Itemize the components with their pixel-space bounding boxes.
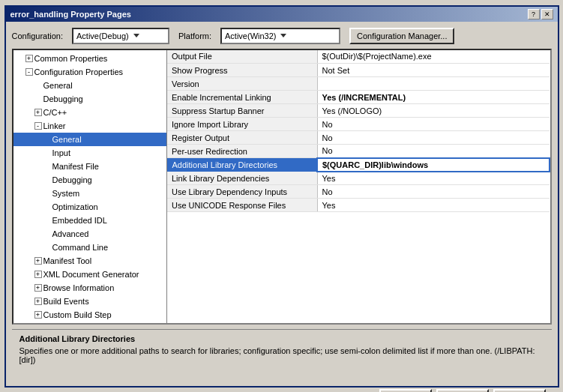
- tree-item-debugging[interactable]: Debugging: [13, 92, 166, 106]
- property-value-5: No: [317, 118, 550, 131]
- tree-label-linker-system: System: [52, 189, 80, 198]
- tree-item-cpp[interactable]: +C/C++: [13, 106, 166, 119]
- expand-icon-common-props[interactable]: +: [25, 55, 33, 62]
- bottom-buttons-row: OK Cancel Apply: [12, 386, 552, 393]
- tree-item-linker-debugging[interactable]: Debugging: [13, 173, 166, 187]
- tree-item-linker-cmdline[interactable]: Command Line: [13, 241, 166, 254]
- platform-value: Active(Win32): [225, 31, 276, 40]
- main-area: +Common Properties-Configuration Propert…: [12, 49, 552, 325]
- tree-label-custom-build: Custom Build Step: [43, 310, 112, 319]
- config-label: Configuration:: [12, 31, 64, 40]
- property-name-0: Output File: [167, 50, 317, 64]
- platform-dropdown[interactable]: Active(Win32): [220, 28, 340, 44]
- property-row-9[interactable]: Link Library DependenciesYes: [167, 172, 550, 185]
- title-bar: error_handling Property Pages ? ✕: [6, 7, 558, 22]
- property-name-4: Suppress Startup Banner: [167, 104, 317, 118]
- property-name-3: Enable Incremental Linking: [167, 91, 317, 104]
- expand-icon-xml-doc[interactable]: +: [34, 271, 42, 278]
- property-row-11[interactable]: Use UNICODE Response FilesYes: [167, 199, 550, 212]
- platform-dropdown-arrow: [280, 34, 286, 37]
- property-row-6[interactable]: Register OutputNo: [167, 131, 550, 145]
- property-value-7: No: [317, 145, 550, 158]
- property-name-11: Use UNICODE Response Files: [167, 199, 317, 212]
- property-name-8: Additional Library Directories: [167, 158, 317, 172]
- tree-label-debugging: Debugging: [43, 94, 83, 103]
- property-value-4: Yes (/NOLOGO): [317, 104, 550, 118]
- description-text: Specifies one or more additional paths t…: [19, 346, 544, 364]
- property-name-10: Use Library Dependency Inputs: [167, 185, 317, 199]
- property-row-2[interactable]: Version: [167, 77, 550, 91]
- tree-item-xml-doc[interactable]: +XML Document Generator: [13, 268, 166, 281]
- tree-label-linker-optimization: Optimization: [52, 202, 98, 211]
- property-value-6: No: [317, 131, 550, 145]
- platform-label: Platform:: [178, 31, 211, 40]
- property-row-7[interactable]: Per-user RedirectionNo: [167, 145, 550, 158]
- property-row-5[interactable]: Ignore Import LibraryNo: [167, 118, 550, 131]
- expand-icon-custom-build[interactable]: +: [34, 311, 42, 319]
- property-value-0: $(OutDir)\$(ProjectName).exe: [317, 50, 550, 64]
- expand-icon-cpp[interactable]: +: [34, 109, 42, 116]
- tree-item-linker-advanced[interactable]: Advanced: [13, 227, 166, 241]
- tree-item-manifest-tool[interactable]: +Manifest Tool: [13, 254, 166, 268]
- property-value-10: No: [317, 185, 550, 199]
- config-dropdown-arrow: [133, 34, 139, 37]
- description-title: Additional Library Directories: [19, 334, 544, 343]
- close-button[interactable]: ✕: [541, 9, 553, 19]
- tree-item-general[interactable]: General: [13, 79, 166, 92]
- tree-item-common-props[interactable]: +Common Properties: [13, 52, 166, 65]
- properties-table: Output File$(OutDir)\$(ProjectName).exeS…: [167, 50, 550, 213]
- tree-label-cpp: C/C++: [43, 108, 67, 117]
- tree-item-linker-manifest[interactable]: Manifest File: [13, 160, 166, 173]
- expand-icon-manifest-tool[interactable]: +: [34, 257, 42, 265]
- property-row-1[interactable]: Show ProgressNot Set: [167, 64, 550, 77]
- tree-panel: +Common Properties-Configuration Propert…: [13, 50, 167, 323]
- dialog-title: error_handling Property Pages: [10, 10, 131, 19]
- property-value-3: Yes (/INCREMENTAL): [317, 91, 550, 104]
- tree-item-linker-input[interactable]: Input: [13, 146, 166, 160]
- properties-panel: Output File$(OutDir)\$(ProjectName).exeS…: [167, 50, 550, 323]
- cancel-button[interactable]: Cancel: [436, 389, 489, 393]
- tree-label-xml-doc: XML Document Generator: [43, 270, 139, 279]
- expand-icon-config-props[interactable]: -: [25, 68, 33, 76]
- property-name-5: Ignore Import Library: [167, 118, 317, 131]
- apply-button[interactable]: Apply: [493, 389, 546, 393]
- dialog-content: Configuration: Active(Debug) Platform: A…: [6, 22, 558, 393]
- tree-label-linker-manifest: Manifest File: [52, 162, 99, 171]
- tree-item-build-events[interactable]: +Build Events: [13, 295, 166, 308]
- tree-label-build-events: Build Events: [43, 297, 89, 306]
- tree-item-custom-build[interactable]: +Custom Build Step: [13, 308, 166, 322]
- tree-item-linker[interactable]: -Linker: [13, 119, 166, 133]
- property-row-10[interactable]: Use Library Dependency InputsNo: [167, 185, 550, 199]
- tree-label-browse-info: Browse Information: [43, 283, 115, 292]
- tree-item-config-props[interactable]: -Configuration Properties: [13, 65, 166, 79]
- property-row-0[interactable]: Output File$(OutDir)\$(ProjectName).exe: [167, 50, 550, 64]
- configuration-dropdown[interactable]: Active(Debug): [72, 28, 169, 44]
- tree-item-browse-info[interactable]: +Browse Information: [13, 281, 166, 295]
- property-row-4[interactable]: Suppress Startup BannerYes (/NOLOGO): [167, 104, 550, 118]
- top-config-row: Configuration: Active(Debug) Platform: A…: [12, 28, 552, 44]
- property-value-11: Yes: [317, 199, 550, 212]
- help-button[interactable]: ?: [528, 9, 540, 19]
- property-row-8[interactable]: Additional Library Directories$(QUARC_DI…: [167, 158, 550, 172]
- property-value-8: $(QUARC_DIR)lib\windows: [317, 158, 550, 172]
- tree-item-linker-system[interactable]: System: [13, 187, 166, 200]
- ok-button[interactable]: OK: [379, 389, 432, 393]
- tree-item-linker-optimization[interactable]: Optimization: [13, 200, 166, 214]
- tree-label-linker-embedded-idl: Embedded IDL: [52, 216, 107, 225]
- property-name-1: Show Progress: [167, 64, 317, 77]
- config-manager-button[interactable]: Configuration Manager...: [349, 28, 454, 44]
- expand-icon-build-events[interactable]: +: [34, 298, 42, 305]
- expand-icon-linker[interactable]: -: [34, 122, 42, 130]
- tree-label-common-props: Common Properties: [34, 54, 108, 63]
- main-dialog: error_handling Property Pages ? ✕ Config…: [4, 5, 559, 388]
- tree-item-linker-general[interactable]: General: [13, 133, 166, 146]
- tree-label-linker-cmdline: Command Line: [52, 243, 109, 252]
- property-value-1: Not Set: [317, 64, 550, 77]
- property-value-2: [317, 77, 550, 91]
- property-row-3[interactable]: Enable Incremental LinkingYes (/INCREMEN…: [167, 91, 550, 104]
- property-name-6: Register Output: [167, 131, 317, 145]
- tree-label-linker-input: Input: [52, 148, 70, 157]
- description-area: Additional Library Directories Specifies…: [12, 329, 552, 382]
- tree-item-linker-embedded-idl[interactable]: Embedded IDL: [13, 214, 166, 227]
- expand-icon-browse-info[interactable]: +: [34, 284, 42, 292]
